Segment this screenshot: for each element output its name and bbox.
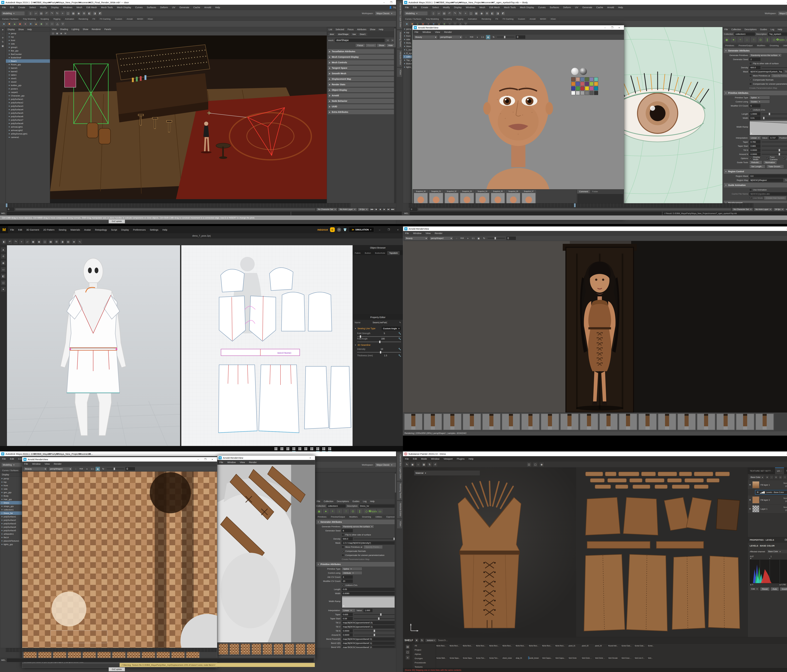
ae-section[interactable]: Tessellation Attributes bbox=[327, 49, 395, 54]
menu-item[interactable]: UV bbox=[170, 6, 177, 9]
shelf-asset[interactable]: Vent Cross ... bbox=[621, 656, 634, 659]
normalize-button[interactable]: Normalize bbox=[763, 161, 777, 164]
sp-2d-viewport[interactable] bbox=[576, 467, 747, 637]
snapshot-thumbnail[interactable] bbox=[218, 644, 228, 655]
goz-dialog[interactable]: GoZ update bbox=[109, 219, 125, 223]
xgen-tool-icon[interactable]: + bbox=[329, 509, 336, 514]
shelf-icon[interactable]: ○ bbox=[44, 22, 49, 26]
taskbar-icon[interactable] bbox=[298, 447, 302, 451]
zoom-1to1[interactable]: 1:1 bbox=[90, 467, 94, 471]
outliner-item[interactable]: top bbox=[0, 480, 22, 484]
outliner-item[interactable]: lights_grp bbox=[0, 543, 22, 546]
menu-item[interactable]: File bbox=[0, 6, 8, 9]
outliner-menu[interactable]: Show bbox=[17, 28, 25, 31]
thickness-value[interactable]: 1.5 bbox=[384, 354, 387, 357]
menu-item[interactable]: Cache bbox=[594, 6, 605, 9]
layer-action-icon[interactable]: ▾ bbox=[765, 475, 769, 479]
menu-item[interactable]: Mesh bbox=[74, 6, 84, 9]
md-tool-icon[interactable]: ▱ bbox=[25, 239, 30, 244]
visibility-icon[interactable]: 👁 bbox=[749, 484, 751, 486]
outliner-item[interactable]: lights_grp bbox=[403, 65, 412, 69]
ae-menu[interactable]: Help bbox=[377, 28, 385, 31]
use-animation-checkbox[interactable] bbox=[749, 189, 752, 191]
ae-section[interactable]: Arnold bbox=[327, 93, 395, 98]
shelf-icon[interactable]: ● bbox=[405, 22, 409, 26]
visibility-icon[interactable]: 👁 bbox=[749, 508, 751, 510]
shelf-asset[interactable]: Niche Rect... bbox=[463, 644, 475, 647]
anim-layer-dropdown[interactable]: No Anim Layer bbox=[338, 208, 357, 211]
md-tool-icon[interactable]: ▣ bbox=[31, 239, 36, 244]
refresh-render-icon[interactable]: ↻ bbox=[482, 236, 486, 240]
levels-low-handle[interactable]: ▼ bbox=[750, 558, 752, 559]
play-button[interactable]: ▶ bbox=[382, 208, 386, 211]
outliner-item[interactable]: poster1 bbox=[6, 87, 50, 90]
modifier-cv-field[interactable]: 20 bbox=[342, 579, 353, 583]
snapshot-thumbnail[interactable] bbox=[580, 413, 598, 430]
md-menu[interactable]: 2D Pattern bbox=[41, 229, 57, 231]
rv-menu[interactable]: Window bbox=[420, 31, 433, 33]
around-n-field[interactable]: 0.0000 bbox=[342, 633, 353, 637]
bend-v-field[interactable]: map('${DESC}/groom/bend/',2) bbox=[342, 645, 395, 648]
shelf-tab[interactable]: Custom bbox=[113, 17, 125, 21]
menu-item[interactable]: Display bbox=[452, 6, 464, 9]
outliner-item[interactable]: barrel2 bbox=[6, 70, 50, 73]
xgen-menu[interactable]: Descriptions bbox=[335, 500, 351, 503]
sidebar-tab[interactable]: Attribute Editor bbox=[397, 501, 402, 519]
folder-tab[interactable]: Folder bbox=[590, 190, 600, 193]
layer-name[interactable]: Fill layer 1 bbox=[760, 484, 770, 486]
md-left-icon[interactable]: ● bbox=[1, 287, 6, 292]
menu-item[interactable]: Edit bbox=[8, 457, 16, 460]
maximize-button[interactable]: ❐ bbox=[385, 228, 392, 232]
shelf-asset[interactable]: panel_03 bbox=[595, 644, 607, 647]
xgen-tool-icon[interactable]: ↓ bbox=[336, 509, 343, 514]
cache-file-field[interactable]: ${DESC}/guides.abc bbox=[749, 192, 787, 196]
go-to-end-button[interactable]: ▶▶| bbox=[391, 208, 395, 211]
object-browser-tab[interactable]: Button bbox=[363, 251, 373, 255]
outliner-item[interactable]: aiSkyDomeLight1 bbox=[6, 132, 50, 136]
menu-item[interactable]: Edit Mesh bbox=[487, 6, 502, 9]
shelf-tab[interactable]: Curves / Surfaces bbox=[0, 17, 21, 21]
outliner-item[interactable]: aiAreaLight1 bbox=[6, 125, 50, 129]
snapshot-thumbnail[interactable] bbox=[262, 644, 272, 655]
menu-set-dropdown[interactable]: Modeling bbox=[1, 463, 25, 467]
md-tool-icon[interactable]: ↷ bbox=[13, 239, 18, 244]
sp-tool-icon[interactable]: ✎ bbox=[405, 462, 409, 467]
md-tool-icon[interactable]: ◈ bbox=[71, 239, 76, 244]
shelf-tab[interactable]: FX Caching bbox=[501, 17, 516, 21]
bend-param-field[interactable]: map('${DESC}/groom/bend/',0) bbox=[342, 637, 395, 641]
edit-icon[interactable]: ✎ bbox=[399, 321, 401, 324]
current-frame-marker[interactable] bbox=[6, 203, 7, 207]
snapshot-thumbnail[interactable] bbox=[716, 413, 735, 430]
close-button[interactable]: × bbox=[616, 26, 623, 29]
xgen-tool-icon[interactable]: �song bbox=[370, 509, 376, 514]
shelf-nav-icon[interactable]: ▢ bbox=[406, 650, 410, 654]
md-menu[interactable]: Materials bbox=[68, 229, 82, 231]
shelf-tab[interactable]: FX bbox=[90, 17, 98, 21]
sidebar-tab[interactable]: Modeling Toolkit bbox=[397, 481, 402, 500]
xgen-tool-icon[interactable]: ● bbox=[730, 37, 736, 43]
taper-slider[interactable] bbox=[762, 142, 787, 142]
ramp-value-field[interactable]: 1.000 bbox=[363, 609, 372, 612]
section-generator-attributes[interactable]: Generator Attributes bbox=[316, 519, 395, 524]
in-connection-icon[interactable]: ⇥ bbox=[386, 39, 390, 42]
xgen-menu[interactable]: Log bbox=[769, 28, 776, 31]
toolbar-icon[interactable]: ⊞ bbox=[82, 11, 87, 16]
taper-start-slider[interactable] bbox=[354, 618, 395, 619]
description-field[interactable]: Dress_fur bbox=[359, 504, 395, 508]
tube-shade-checkbox[interactable] bbox=[783, 157, 785, 159]
menu-item[interactable]: Cache bbox=[191, 6, 202, 9]
mask-field[interactable]: 1.0 # map('${DESC}/density/') bbox=[342, 541, 395, 544]
md-tool-icon[interactable]: ∿ bbox=[77, 239, 82, 244]
toolbar-icon[interactable]: ⌖ bbox=[60, 11, 65, 16]
toolbar-icon[interactable]: ↶ bbox=[44, 11, 49, 16]
md-menu[interactable]: Preferences bbox=[131, 229, 148, 231]
region-map-field[interactable]: ${DESC}/Region/ bbox=[749, 178, 783, 182]
name-value[interactable]: SeamLinePair( bbox=[373, 321, 387, 324]
outliner-item[interactable]: Room_grp bbox=[6, 63, 50, 66]
width-slider[interactable] bbox=[762, 118, 787, 118]
outliner-item[interactable]: Door1 bbox=[6, 59, 50, 63]
length-field[interactable]: 1.0000 bbox=[749, 112, 760, 116]
paint-icon[interactable]: ✎ bbox=[784, 70, 787, 73]
invert-button[interactable]: Invert bbox=[780, 587, 787, 591]
ae-section[interactable]: Render Stats bbox=[327, 82, 395, 87]
